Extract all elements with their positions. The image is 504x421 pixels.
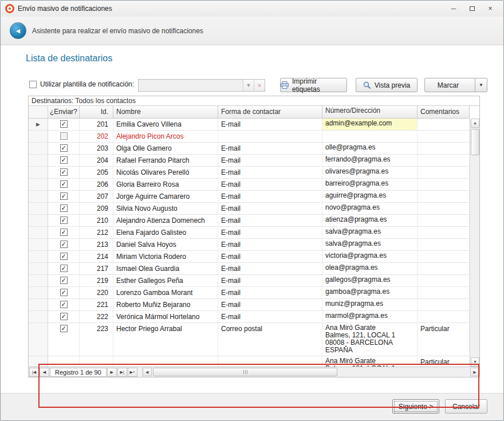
send-cell[interactable]: ✓ — [48, 191, 80, 203]
send-checkbox[interactable]: ✓ — [60, 253, 68, 260]
table-row[interactable]: ✓ 209 Silvia Novo Augusto E-mail novo@pr… — [29, 203, 470, 215]
scroll-down-icon[interactable]: ▼ — [471, 357, 479, 367]
table-row[interactable]: ▶ ✓ 201 Emilia Cavero Villena E-mail adm… — [29, 119, 470, 131]
send-cell[interactable]: ✓ — [48, 203, 80, 215]
send-checkbox[interactable]: ✓ — [60, 229, 68, 236]
id-cell: 205 — [80, 167, 113, 179]
horizontal-scroll-thumb[interactable] — [153, 368, 338, 376]
send-checkbox[interactable]: ✓ — [60, 217, 68, 224]
scroll-up-icon[interactable]: ▲ — [471, 119, 479, 128]
table-row[interactable]: ✓ 206 Gloria Barreiro Rosa E-mail barrei… — [29, 179, 470, 191]
combobox-dropdown-icon[interactable]: ▼ — [243, 80, 254, 91]
horizontal-scroll-track[interactable] — [152, 368, 470, 376]
column-header--enviar-[interactable]: ¿Enviar? — [48, 106, 80, 119]
send-checkbox[interactable]: ✓ — [60, 156, 68, 164]
next-record-button[interactable]: ▶ — [107, 368, 117, 377]
restore-button[interactable] — [467, 4, 477, 13]
table-row[interactable]: ✓ 207 Jorge Aguirre Camarero E-mail agui… — [29, 191, 470, 203]
send-cell[interactable]: ✓ — [48, 215, 80, 227]
close-button[interactable]: × — [485, 4, 495, 13]
send-checkbox[interactable]: ✓ — [60, 168, 68, 176]
send-checkbox[interactable]: ✓ — [60, 241, 68, 248]
vertical-scroll-thumb[interactable] — [471, 129, 479, 155]
table-row[interactable]: Ana Miró Garate Balmes, 121, LOCAL 1 Par… — [29, 356, 470, 367]
send-checkbox[interactable]: ✓ — [60, 265, 68, 272]
table-row[interactable]: ✓ 222 Verónica Mármol Hortelano E-mail m… — [29, 311, 470, 323]
send-cell[interactable]: ✓ — [48, 167, 80, 179]
name-cell: Daniel Salva Hoyos — [113, 239, 218, 251]
scroll-left-icon[interactable]: ◀ — [143, 368, 152, 376]
send-checkbox[interactable]: ✓ — [60, 313, 68, 320]
send-checkbox[interactable] — [60, 132, 68, 140]
send-checkbox[interactable]: ✓ — [60, 277, 68, 284]
table-row[interactable]: ✓ 214 Miriam Victoria Rodero E-mail vict… — [29, 251, 470, 263]
scroll-right-icon[interactable]: ▶ — [470, 368, 479, 376]
table-row[interactable]: ✓ 220 Lorenzo Gamboa Morant E-mail gambo… — [29, 287, 470, 299]
title-bar[interactable]: Envío masivo de notificaciones ─ × — [1, 1, 503, 17]
previous-record-button[interactable]: ◀ — [40, 368, 49, 377]
table-row[interactable]: 202 Alejandro Picon Arcos — [29, 131, 470, 143]
send-checkbox[interactable]: ✓ — [60, 144, 68, 152]
send-checkbox[interactable]: ✓ — [60, 192, 68, 200]
next-button[interactable]: Siguiente > — [392, 399, 439, 414]
column-header-n-mero-direcci-n[interactable]: Número/Dirección — [322, 106, 418, 119]
mark-dropdown-icon[interactable]: ▼ — [475, 78, 487, 92]
table-row[interactable]: ✓ 219 Esther Gallegos Peña E-mail galleg… — [29, 275, 470, 287]
column-header-comentarios[interactable]: Comentarios — [418, 106, 470, 119]
send-cell[interactable]: ✓ — [48, 251, 80, 263]
mark-split-button[interactable]: Marcar ▼ — [424, 78, 487, 92]
send-cell[interactable]: ✓ — [48, 239, 80, 251]
template-combobox[interactable]: ▼ × — [138, 79, 265, 92]
send-cell[interactable]: ✓ — [48, 311, 80, 323]
send-cell[interactable]: ✓ — [48, 299, 80, 311]
mark-label[interactable]: Marcar — [425, 81, 471, 89]
table-row[interactable]: ✓ 203 Olga Olle Gamero E-mail olle@pragm… — [29, 143, 470, 155]
send-cell[interactable]: ✓ — [48, 275, 80, 287]
cancel-button[interactable]: Cancelar — [445, 399, 487, 414]
id-cell: 204 — [80, 155, 113, 167]
use-template-checkbox[interactable] — [29, 81, 37, 88]
send-cell[interactable]: ✓ — [48, 227, 80, 239]
send-cell[interactable]: ✓ — [48, 143, 80, 155]
row-indicator — [29, 287, 48, 299]
table-row[interactable]: ✓ 217 Ismael Olea Guardia E-mail olea@pr… — [29, 263, 470, 275]
send-checkbox[interactable]: ✓ — [60, 301, 68, 308]
send-checkbox[interactable]: ✓ — [60, 120, 68, 128]
table-row[interactable]: ✓ 213 Daniel Salva Hoyos E-mail salva@pr… — [29, 239, 470, 251]
send-cell[interactable]: ✓ — [48, 119, 80, 131]
new-record-button[interactable]: ▶+ — [128, 368, 137, 377]
table-row[interactable]: ✓ 205 Nicolás Olivares Perelló E-mail ol… — [29, 167, 470, 179]
table-row[interactable]: ✓ 212 Elena Fajardo Galisteo E-mail salv… — [29, 227, 470, 239]
table-row[interactable]: ✓ 210 Alejandro Atienza Domenech E-mail … — [29, 215, 470, 227]
send-cell[interactable]: ✓ — [48, 179, 80, 191]
preview-button[interactable]: Vista previa — [356, 78, 418, 92]
print-labels-button[interactable]: Imprimir etiquetas — [280, 78, 347, 92]
column-header-nombre[interactable]: Nombre — [113, 106, 218, 119]
use-template-option[interactable]: Utilizar plantilla de notificación: — [29, 80, 134, 88]
table-row[interactable]: ✓ 204 Rafael Ferrando Pitarch E-mail fer… — [29, 155, 470, 167]
send-checkbox[interactable]: ✓ — [60, 325, 68, 332]
send-checkbox[interactable]: ✓ — [60, 289, 68, 296]
send-checkbox[interactable]: ✓ — [60, 180, 68, 188]
combobox-clear-icon[interactable]: × — [254, 80, 265, 91]
send-checkbox[interactable]: ✓ — [60, 204, 68, 212]
send-cell[interactable]: ✓ — [48, 263, 80, 275]
send-cell[interactable]: ✓ — [48, 155, 80, 167]
vertical-scrollbar[interactable]: ▲ ▼ — [470, 119, 479, 367]
column-header-forma-de-contactar[interactable]: Forma de contactar — [218, 106, 322, 119]
table-row[interactable]: ✓ 223 Hector Priego Arrabal Correo posta… — [29, 323, 470, 356]
address-cell: aguirre@pragma.es — [322, 191, 418, 203]
send-cell[interactable] — [48, 131, 80, 143]
column-header-id-[interactable]: Id. — [80, 106, 113, 119]
first-record-button[interactable]: |◀ — [29, 368, 39, 377]
send-cell[interactable]: ✓ — [48, 323, 80, 356]
horizontal-scrollbar[interactable]: ◀ ▶ — [142, 367, 479, 377]
send-cell[interactable] — [48, 356, 80, 367]
table-row[interactable]: ✓ 221 Roberto Muñiz Bejarano E-mail muni… — [29, 299, 470, 311]
last-record-button[interactable]: ▶| — [117, 368, 127, 377]
name-cell: Hector Priego Arrabal — [113, 323, 218, 356]
method-cell: E-mail — [218, 311, 322, 323]
minimize-button[interactable]: ─ — [448, 4, 459, 13]
back-button[interactable]: ◄ — [10, 22, 26, 39]
send-cell[interactable]: ✓ — [48, 287, 80, 299]
